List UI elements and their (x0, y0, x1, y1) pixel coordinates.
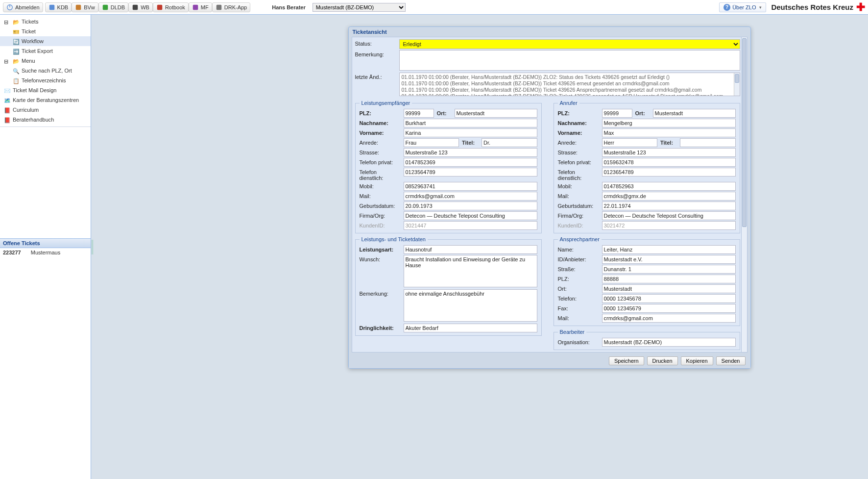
window-scrollbar[interactable] (741, 37, 747, 352)
speichern-button[interactable]: Speichern (609, 356, 644, 365)
log-scrollbar[interactable] (734, 73, 740, 96)
an-teld-input[interactable] (602, 168, 736, 176)
org-select-wrap: Musterstadt (BZ-DEMO) (313, 3, 406, 12)
le-vorname-input[interactable] (404, 128, 537, 137)
current-user: Hans Berater (272, 4, 305, 10)
tree-karte[interactable]: 🗺️Karte der Beratungszentren (0, 95, 91, 105)
kopieren-button[interactable]: Kopieren (681, 356, 713, 365)
phone-icon: 📋 (13, 77, 20, 84)
ltd-bemerkung-textarea[interactable]: ohne einmalige Anschlussgebühr (404, 289, 537, 322)
brand: Deutsches Rotes Kreuz ✚ (771, 2, 865, 13)
le-anrede-input[interactable] (404, 138, 459, 147)
asp-mail-input[interactable] (602, 314, 736, 323)
le-mail-input[interactable] (404, 192, 537, 201)
svg-rect-3 (76, 4, 81, 10)
an-telp-input[interactable] (602, 158, 736, 167)
mail-icon: ✉️ (4, 87, 11, 94)
open-ticket-row[interactable]: 223277 Mustermaus (0, 248, 91, 257)
svg-rect-2 (49, 4, 54, 10)
an-titel-input[interactable] (680, 138, 736, 147)
an-anrede-input[interactable] (602, 138, 658, 147)
asp-name-input[interactable] (602, 245, 736, 254)
senden-button[interactable]: Senden (716, 356, 746, 365)
toolbar-button-mf[interactable]: MF (189, 2, 212, 12)
power-icon (6, 4, 13, 11)
dringlichkeit-input[interactable] (404, 324, 537, 332)
le-teld-input[interactable] (404, 168, 537, 176)
svg-rect-6 (157, 4, 163, 10)
le-titel-input[interactable] (482, 138, 537, 147)
bearbeiter-org-input[interactable] (602, 338, 736, 347)
tree-curriculum[interactable]: 📕Curriculum (0, 105, 91, 115)
le-plz-input[interactable] (404, 109, 434, 118)
minus-icon: ⊟ (4, 57, 11, 64)
le-ort-input[interactable] (455, 109, 537, 118)
logout-button[interactable]: Abmelden (3, 2, 43, 12)
nav-tree: ⊟📂Tickets 🎫Ticket 🔄Workflow ➡️Ticket Exp… (0, 15, 91, 126)
an-nachname-input[interactable] (602, 119, 736, 127)
an-mobil-input[interactable] (602, 182, 736, 191)
tree-maildesign[interactable]: ✉️Ticket Mail Design (0, 85, 91, 95)
an-kid-input[interactable] (602, 221, 736, 230)
leistungsart-input[interactable] (404, 245, 537, 254)
help-icon: ? (723, 4, 730, 11)
tree-ticket[interactable]: 🎫Ticket (0, 26, 91, 36)
asp-ort-input[interactable] (602, 284, 736, 293)
toolbar-button-bvw[interactable]: BVw (72, 2, 98, 12)
tree-tickets[interactable]: ⊟📂Tickets (0, 17, 91, 26)
toolbar-button-dldb[interactable]: DLDB (98, 2, 128, 12)
le-geb-input[interactable] (404, 202, 537, 210)
asp-str-input[interactable] (602, 265, 736, 274)
svg-rect-8 (217, 4, 222, 10)
an-plz-input[interactable] (602, 109, 632, 118)
an-geb-input[interactable] (602, 202, 736, 210)
ticket-icon: 🎫 (13, 28, 20, 35)
an-ort-input[interactable] (653, 109, 736, 118)
wunsch-textarea[interactable]: Braucht Installation und Einweisung der … (404, 255, 537, 287)
toolbar-button-rotbook[interactable]: Rotbook (153, 2, 189, 12)
status-select[interactable]: Erledigt (399, 39, 740, 49)
tree-suche[interactable]: 🔍Suche nach PLZ, Ort (0, 66, 91, 76)
bemerkung-label: Bemerkung: (355, 50, 399, 57)
folder-open-icon: 📂 (13, 57, 20, 64)
le-kid-input[interactable] (404, 221, 537, 230)
le-mobil-input[interactable] (404, 182, 537, 191)
toolbar-button-wb[interactable]: WB (128, 2, 153, 12)
pdf-icon: 📕 (4, 106, 11, 113)
toolbar-button-kdb[interactable]: KDB (45, 2, 72, 12)
le-telp-input[interactable] (404, 158, 537, 167)
an-strasse-input[interactable] (602, 148, 736, 157)
export-icon: ➡️ (13, 48, 20, 54)
an-mail-input[interactable] (602, 192, 736, 201)
asp-fax-input[interactable] (602, 304, 736, 313)
open-ticket-id: 223277 (3, 250, 21, 255)
svg-rect-4 (103, 4, 108, 10)
status-label: Status: (355, 39, 399, 47)
asp-tel-input[interactable] (602, 294, 736, 303)
app-icon (192, 4, 199, 11)
change-log: 01.01.1970 01:00:00 (Berater, Hans/Muste… (399, 73, 740, 96)
tree-menu[interactable]: ⊟📂Menu (0, 56, 91, 66)
ansprechpartner-group: Ansprechpartner Name:ID/Anbieter:Straße:… (554, 236, 740, 326)
tree-telefon[interactable]: 📋Telefonverzeichnis (0, 76, 91, 85)
minus-icon: ⊟ (4, 18, 11, 25)
drucken-button[interactable]: Drucken (647, 356, 678, 365)
an-firma-input[interactable] (602, 211, 736, 220)
help-button[interactable]: ? Über ZLO (719, 2, 766, 12)
org-select[interactable]: Musterstadt (BZ-DEMO) (313, 3, 406, 12)
le-nachname-input[interactable] (404, 119, 537, 127)
tree-handbuch[interactable]: 📕Beraterhandbuch (0, 115, 91, 125)
asp-plz-input[interactable] (602, 275, 736, 283)
bemerkung-textarea[interactable] (399, 50, 740, 71)
tree-ticket-export[interactable]: ➡️Ticket Export (0, 46, 91, 56)
logout-label: Abmelden (15, 4, 40, 10)
toolbar-button-drk-app[interactable]: DRK-App (212, 2, 250, 12)
le-firma-input[interactable] (404, 211, 537, 220)
map-icon: 🗺️ (4, 97, 11, 103)
folder-open-icon: 📂 (13, 18, 20, 25)
window-title: Ticketansicht (349, 27, 750, 37)
an-vorname-input[interactable] (602, 128, 736, 137)
le-strasse-input[interactable] (404, 148, 537, 157)
tree-workflow[interactable]: 🔄Workflow (0, 36, 91, 46)
asp-ida-input[interactable] (602, 255, 736, 264)
